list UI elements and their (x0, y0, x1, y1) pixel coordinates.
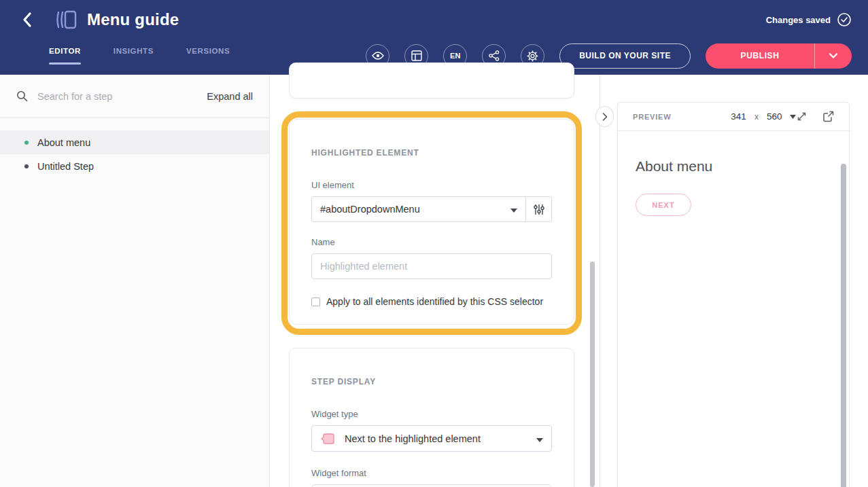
back-button[interactable] (18, 10, 37, 29)
tour-logo-icon (54, 10, 77, 30)
eye-icon (372, 51, 384, 60)
open-in-new-window-button[interactable] (822, 111, 834, 122)
preview-step-heading: About menu (636, 158, 849, 175)
step-item-untitled-step[interactable]: Untitled Step (0, 154, 269, 178)
element-picker-settings-button[interactable] (525, 197, 551, 221)
dimension-separator: x (754, 112, 759, 122)
chevron-down-icon (829, 53, 837, 58)
step-status-dot (24, 141, 29, 145)
widget-type-value: Next to the highlighted element (345, 433, 481, 444)
preview-header: PREVIEW 341 x 560 (618, 103, 849, 131)
ui-element-select-row: #aboutDropdownMenu (311, 196, 552, 222)
step-item-about-menu[interactable]: About menu (0, 130, 269, 154)
preview-header-icons (796, 111, 834, 122)
apply-to-all-label: Apply to all elements identified by this… (326, 296, 543, 307)
step-search-input[interactable] (37, 91, 207, 102)
widget-format-label: Widget format (311, 468, 552, 478)
widget-format-select[interactable] (311, 484, 552, 487)
tab-versions[interactable]: VERSIONS (186, 47, 230, 65)
preview-next-button[interactable]: NEXT (636, 194, 691, 216)
language-label: EN (450, 52, 460, 60)
widget-type-label: Widget type (311, 409, 552, 419)
step-editor-panel: HIGHLIGHTED ELEMENT UI element #aboutDro… (271, 75, 600, 487)
publish-split-button: PUBLISH (706, 43, 852, 69)
tab-bar: EDITOR INSIGHTS VERSIONS (49, 47, 230, 65)
highlighted-section-ring: HIGHLIGHTED ELEMENT UI element #aboutDro… (281, 111, 582, 335)
expand-all-link[interactable]: Expand all (207, 91, 253, 102)
check-circle-icon (837, 12, 852, 27)
apply-to-all-checkbox[interactable] (311, 297, 320, 306)
save-status-label: Changes saved (766, 15, 831, 25)
expand-diagonal-icon (796, 111, 808, 122)
highlighted-element-card: HIGHLIGHTED ELEMENT UI element #aboutDro… (289, 119, 574, 325)
publish-button[interactable]: PUBLISH (706, 43, 814, 69)
ui-element-select[interactable]: #aboutDropdownMenu (312, 197, 525, 221)
tab-insights[interactable]: INSIGHTS (114, 47, 154, 65)
previous-settings-card-partial (289, 62, 574, 98)
step-list: About menu Untitled Step (0, 130, 269, 178)
step-display-card: STEP DISPLAY Widget type Next to the hig… (289, 348, 574, 487)
apply-to-all-checkbox-row[interactable]: Apply to all elements identified by this… (311, 296, 552, 307)
section-title: HIGHLIGHTED ELEMENT (311, 148, 552, 158)
step-label: Untitled Step (37, 161, 94, 172)
open-in-new-icon (822, 111, 834, 122)
preview-title: PREVIEW (633, 113, 671, 121)
ui-element-label: UI element (311, 180, 552, 190)
save-status: Changes saved (766, 12, 852, 27)
step-search-row: Expand all (0, 75, 269, 118)
preview-body: About menu NEXT (618, 131, 849, 216)
publish-dropdown-button[interactable] (814, 43, 852, 69)
section-title: STEP DISPLAY (311, 377, 552, 386)
tab-editor[interactable]: EDITOR (49, 47, 81, 65)
preview-region: PREVIEW 341 x 560 (601, 75, 868, 487)
preview-size-selector[interactable]: 341 x 560 (731, 111, 796, 122)
name-label: Name (311, 237, 552, 247)
tooltip-bubble-icon (320, 432, 335, 446)
steps-sidebar: Expand all About menu Untitled Step (0, 75, 270, 487)
step-label: About menu (37, 137, 90, 148)
preview-scrollbar[interactable] (841, 164, 846, 487)
layout-icon (411, 50, 422, 61)
gear-icon (527, 50, 538, 62)
page-title: Menu guide (87, 10, 179, 29)
caret-down-icon (790, 115, 796, 119)
step-status-dot (24, 164, 29, 168)
search-icon (16, 90, 28, 102)
expand-preview-button[interactable] (796, 111, 808, 122)
collapse-preview-button[interactable] (595, 106, 614, 127)
build-on-your-site-button[interactable]: BUILD ON YOUR SITE (559, 43, 691, 69)
header-title-row: Menu guide Changes saved (0, 0, 868, 39)
back-chevron-icon (22, 12, 32, 27)
app-window: Menu guide Changes saved EDITOR INSIGHTS… (0, 0, 868, 487)
ui-element-value: #aboutDropdownMenu (320, 204, 420, 215)
highlighted-element-name-input[interactable] (311, 253, 552, 279)
preview-width-value: 341 (731, 111, 746, 122)
sliders-icon (534, 204, 544, 215)
caret-down-icon (536, 433, 543, 444)
caret-down-icon (510, 204, 517, 215)
share-icon (489, 50, 500, 61)
chevron-right-icon (602, 113, 608, 121)
preview-card: PREVIEW 341 x 560 (617, 102, 850, 487)
widget-type-select[interactable]: Next to the highlighted element (311, 425, 552, 452)
preview-height-value: 560 (767, 111, 782, 122)
editor-scrollbar[interactable] (590, 261, 595, 487)
